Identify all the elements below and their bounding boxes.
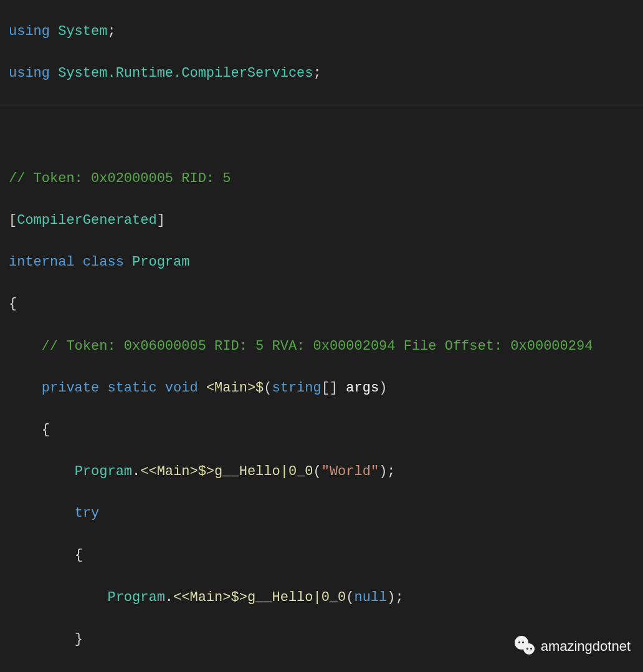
keyword: string [272,380,322,396]
keyword: class [83,254,124,270]
code-line: Program.<<Main>$>g__Hello|0_0("World"); [9,461,643,482]
code-line: { [9,545,643,566]
keyword: internal [9,254,75,270]
class-name: Program [132,254,189,270]
comment: // Token: 0x06000005 RID: 5 RVA: 0x00002… [42,338,593,354]
code-line: internal class Program [9,252,643,273]
code-editor[interactable]: using System; using System.Runtime.Compi… [0,0,643,672]
method-call: <<Main>$>g__Hello|0_0 [140,464,313,479]
attribute: CompilerGenerated [17,213,156,228]
code-line: // Token: 0x02000005 RID: 5 [9,168,643,190]
code-line: private static void <Main>$(string[] arg… [9,378,643,399]
namespace: System [58,24,107,39]
code-line: Program.<<Main>$>g__Hello|0_0(null); [9,587,643,608]
code-line [9,127,643,148]
parameter: args [346,380,379,396]
comment: // Token: 0x02000005 RID: 5 [9,171,231,186]
class-ref: Program [107,590,164,605]
namespace: System.Runtime.CompilerServices [58,65,313,81]
brace: { [9,296,17,312]
method-name: <Main>$ [206,380,264,396]
keyword: using [9,65,50,81]
keyword: using [9,24,50,39]
keyword: static [107,380,156,396]
string: "World" [322,464,379,479]
code-line: using System.Runtime.CompilerServices; [9,63,643,84]
watermark-text: amazingdotnet [541,636,631,657]
watermark: amazingdotnet [515,636,631,657]
code-line: [CompilerGenerated] [9,210,643,231]
code-line: try [9,503,643,524]
code-line: { [9,294,643,315]
keyword-null: null [355,590,388,605]
code-line: using System; [9,21,643,42]
separator [0,105,643,105]
method-call: <<Main>$>g__Hello|0_0 [173,590,346,605]
code-line: { [9,420,643,441]
class-ref: Program [75,464,132,479]
code-line: // Token: 0x06000005 RID: 5 RVA: 0x00002… [9,336,643,357]
keyword: private [42,380,99,396]
wechat-icon [515,636,536,657]
keyword: void [165,380,198,396]
keyword: try [75,506,100,521]
